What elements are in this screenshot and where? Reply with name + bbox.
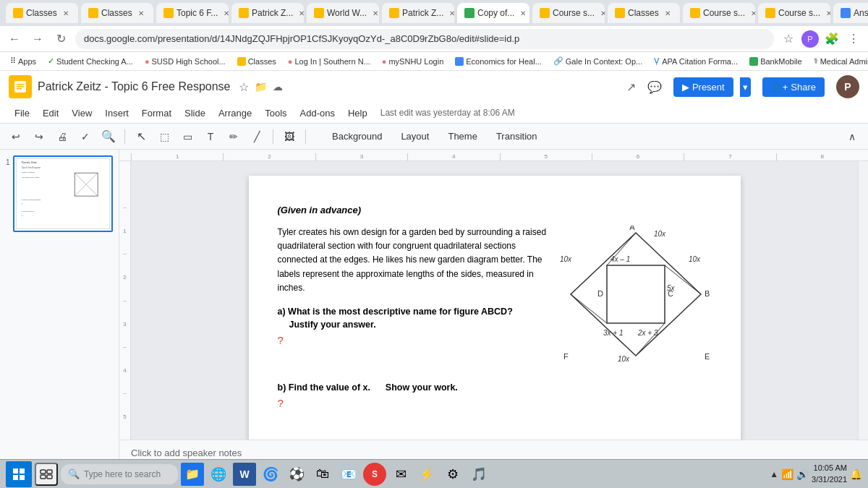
cursor-button[interactable]: ↖ [131, 127, 151, 147]
menu-addons[interactable]: Add-ons [294, 105, 341, 121]
bookmark-bank[interactable]: BankMobile [745, 56, 806, 67]
redo-button[interactable]: ↪ [29, 127, 49, 147]
tab-close-7[interactable]: ✕ [520, 9, 526, 17]
tab-classes-2[interactable]: Classes ✕ [81, 3, 153, 23]
slide-canvas[interactable]: (Given in advance) Tyler creates his own… [249, 176, 741, 440]
tab-close-6[interactable]: ✕ [449, 9, 454, 17]
print-button[interactable]: 🖨 [52, 127, 72, 147]
taskbar-chevron-up-icon[interactable]: ▲ [770, 469, 778, 479]
taskbar-app2[interactable]: ⚡ [415, 463, 438, 486]
taskbar-search-input[interactable] [84, 469, 171, 479]
bookmark-login[interactable]: ● Log In | Southern N... [284, 56, 375, 67]
url-input[interactable] [75, 29, 774, 49]
bookmark-classes[interactable]: Classes [233, 56, 281, 67]
tab-courses1[interactable]: Course s... ✕ [532, 3, 605, 23]
background-tab[interactable]: Background [323, 128, 391, 145]
bookmark-economics[interactable]: Economics for Heal... [451, 56, 546, 67]
profile-button[interactable]: P [801, 30, 819, 48]
present-dropdown-arrow[interactable]: ▾ [740, 77, 751, 97]
theme-tab[interactable]: Theme [439, 128, 485, 145]
tab-courses2[interactable]: Course s... ✕ [683, 3, 755, 23]
present-button[interactable]: ▶ Present [673, 77, 733, 97]
select-button[interactable]: ⬚ [154, 127, 174, 147]
transition-tab[interactable]: Transition [488, 128, 546, 145]
extensions-button[interactable]: 🧩 [823, 30, 841, 48]
forward-button[interactable]: → [29, 30, 46, 48]
tab-copyof[interactable]: Copy of... ✕ [457, 3, 529, 23]
taskbar-explorer[interactable]: 📁 [181, 463, 204, 486]
line-button[interactable]: ╱ [247, 127, 267, 147]
rect-select-button[interactable]: ▭ [177, 127, 197, 147]
menu-edit[interactable]: Edit [37, 105, 64, 121]
taskbar-word[interactable]: W [233, 463, 256, 486]
taskbar-settings2[interactable]: ⚙ [441, 463, 464, 486]
taskview-button[interactable] [35, 463, 58, 486]
tab-patrick2[interactable]: Patrick Z... ✕ [382, 3, 454, 23]
tab-world[interactable]: World W... ✕ [307, 3, 379, 23]
menu-help[interactable]: Help [342, 105, 373, 121]
menu-slide[interactable]: Slide [179, 105, 211, 121]
user-avatar[interactable]: P [836, 75, 859, 98]
taskbar-search[interactable]: 🔍 [61, 464, 178, 484]
star-icon[interactable]: ☆ [239, 80, 249, 94]
layout-tab[interactable]: Layout [392, 128, 438, 145]
tab-close-8[interactable]: ✕ [600, 9, 605, 17]
comment-icon[interactable]: 💬 [647, 80, 662, 94]
bookmark-star-button[interactable]: ☆ [780, 30, 797, 48]
spellcheck-button[interactable]: ✓ [75, 127, 95, 147]
taskbar-network-icon[interactable]: 📶 [781, 468, 793, 480]
cloud-icon[interactable]: ☁ [273, 81, 283, 93]
start-button[interactable] [6, 461, 32, 487]
tab-courses3[interactable]: Course s... ✕ [758, 3, 830, 23]
tab-close-1[interactable]: ✕ [63, 9, 69, 17]
bookmark-medical[interactable]: ⚕ Medical Admin Assi... [809, 55, 868, 67]
taskbar-media[interactable]: 🎵 [467, 463, 490, 486]
zoom-button[interactable]: 🔍 [98, 127, 119, 147]
menu-insert[interactable]: Insert [99, 105, 135, 121]
back-button[interactable]: ← [6, 30, 23, 48]
taskbar-app1[interactable]: S [363, 463, 386, 486]
taskbar-mail[interactable]: ✉ [389, 463, 412, 486]
tab-close-3[interactable]: ✕ [224, 9, 229, 17]
bookmark-apps[interactable]: ⠿ Apps [6, 55, 41, 67]
bookmark-susd[interactable]: ● SUSD High School... [140, 56, 230, 67]
menu-view[interactable]: View [66, 105, 98, 121]
bookmark-apa[interactable]: Ṿ APA Citation Forma... [650, 55, 742, 67]
settings-button[interactable]: ⋮ [845, 30, 862, 48]
bookmark-mysnhu[interactable]: ● mySNHU Login [378, 56, 448, 67]
analytics-icon[interactable]: ↗ [626, 80, 636, 94]
taskbar-chrome[interactable]: 🌐 [207, 463, 230, 486]
tab-close-10[interactable]: ✕ [751, 9, 755, 17]
tab-patrick1[interactable]: Patrick Z... ✕ [231, 3, 304, 23]
tab-close-4[interactable]: ✕ [299, 9, 304, 17]
taskbar-circle1[interactable]: ⚽ [285, 463, 308, 486]
tab-answers[interactable]: Answers ✕ [833, 3, 868, 23]
taskbar-notification-icon[interactable]: 🔔 [850, 468, 862, 480]
tab-classes-1[interactable]: Classes ✕ [6, 3, 78, 23]
taskbar-store[interactable]: 🛍 [311, 463, 334, 486]
bookmark-checking[interactable]: ✓ Student Checking A... [43, 55, 137, 67]
bookmark-gale[interactable]: 🔗 Gale In Context: Op... [549, 55, 647, 67]
tab-topic6[interactable]: Topic 6 F... ✕ [156, 3, 229, 23]
refresh-button[interactable]: ↻ [52, 30, 69, 48]
draw-button[interactable]: ✏ [224, 127, 244, 147]
tab-close-11[interactable]: ✕ [826, 9, 830, 17]
menu-tools[interactable]: Tools [259, 105, 292, 121]
taskbar-speaker-icon[interactable]: 🔊 [796, 468, 809, 480]
menu-format[interactable]: Format [136, 105, 177, 121]
tab-close-9[interactable]: ✕ [665, 9, 671, 17]
share-button[interactable]: 👤+ Share [762, 77, 825, 97]
menu-file[interactable]: File [9, 105, 35, 121]
textbox-button[interactable]: T [200, 127, 221, 147]
taskbar-outlook[interactable]: 📧 [337, 463, 360, 486]
tab-close-2[interactable]: ✕ [138, 9, 144, 17]
taskbar-edge[interactable]: 🌀 [259, 463, 282, 486]
undo-button[interactable]: ↩ [6, 127, 26, 147]
time-display[interactable]: 10:05 AM 3/31/2021 [812, 463, 847, 485]
tab-close-5[interactable]: ✕ [373, 9, 378, 17]
folder-icon[interactable]: 📁 [255, 81, 267, 93]
slide-thumbnail-1[interactable]: Patrick Zeitz Topic 6 Free Response (Giv… [13, 155, 113, 232]
collapse-toolbar-button[interactable]: ∧ [842, 127, 862, 147]
menu-arrange[interactable]: Arrange [213, 105, 258, 121]
insert-image-button[interactable]: 🖼 [279, 127, 299, 147]
